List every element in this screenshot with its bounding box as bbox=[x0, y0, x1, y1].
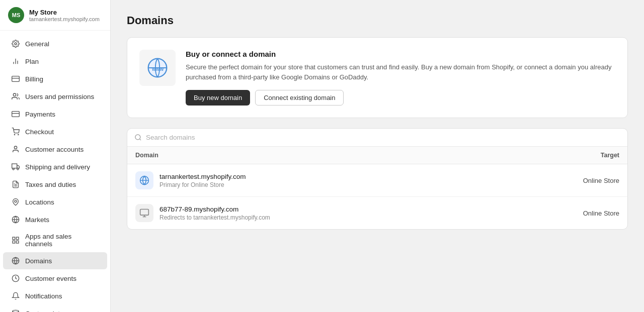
sidebar-item-taxes-label: Taxes and duties bbox=[25, 181, 76, 188]
row-domain-info: 687b77-89.myshopify.com Redirects to tar… bbox=[159, 205, 549, 221]
svg-point-0 bbox=[15, 43, 17, 45]
connect-existing-domain-button[interactable]: Connect existing domain bbox=[255, 90, 344, 106]
svg-point-15 bbox=[17, 168, 19, 170]
sidebar-item-general[interactable]: General bbox=[3, 35, 107, 52]
custom-data-icon bbox=[11, 309, 20, 312]
main-content: Domains WWW Buy or connect a domain Secu… bbox=[111, 0, 644, 312]
payments-icon bbox=[11, 110, 20, 119]
sidebar-item-users[interactable]: Users and permissions bbox=[3, 88, 107, 105]
search-input[interactable] bbox=[146, 134, 620, 141]
table-header: Domain Target bbox=[127, 147, 627, 164]
svg-rect-21 bbox=[13, 237, 15, 240]
shipping-icon bbox=[11, 162, 20, 171]
sidebar-item-apps-label: Apps and sales channels bbox=[25, 233, 99, 248]
row-domain-sub: Redirects to tarnankertest.myshopify.com bbox=[159, 214, 549, 221]
row-domain-sub: Primary for Online Store bbox=[159, 181, 549, 188]
svg-rect-12 bbox=[12, 164, 17, 168]
sidebar-item-users-label: Users and permissions bbox=[25, 93, 94, 100]
table-row[interactable]: tarnankertest.myshopify.com Primary for … bbox=[127, 164, 627, 197]
row-icon-primary bbox=[135, 171, 153, 189]
col-target-header: Target bbox=[549, 152, 619, 159]
row-target-value: Online Store bbox=[549, 210, 619, 217]
www-icon: WWW bbox=[146, 57, 169, 79]
settings-icon bbox=[11, 39, 20, 48]
domain-banner-card: WWW Buy or connect a domain Secure the p… bbox=[127, 37, 628, 118]
buy-new-domain-button[interactable]: Buy new domain bbox=[186, 90, 250, 106]
sidebar-item-plan-label: Plan bbox=[25, 58, 39, 65]
sidebar-item-customer-events-label: Customer events bbox=[25, 275, 76, 282]
svg-point-33 bbox=[135, 135, 140, 140]
sidebar-item-taxes[interactable]: Taxes and duties bbox=[3, 176, 107, 193]
domains-table-card: Domain Target tarnankertest.myshopify.co… bbox=[127, 128, 628, 230]
apps-icon bbox=[11, 236, 20, 245]
svg-rect-24 bbox=[13, 241, 15, 243]
svg-point-28 bbox=[13, 310, 19, 312]
events-icon bbox=[11, 274, 20, 283]
sidebar-item-checkout[interactable]: Checkout bbox=[3, 123, 107, 140]
row-domain-name: tarnankertest.myshopify.com bbox=[159, 173, 549, 180]
billing-icon bbox=[11, 74, 20, 83]
sidebar-item-custom-data[interactable]: Custom data bbox=[3, 305, 107, 312]
domains-icon bbox=[11, 256, 20, 265]
sidebar-item-billing[interactable]: Billing bbox=[3, 70, 107, 87]
sidebar-item-custom-data-label: Custom data bbox=[25, 310, 64, 313]
sidebar-item-locations[interactable]: Locations bbox=[3, 193, 107, 211]
sidebar-item-markets[interactable]: Markets bbox=[3, 211, 107, 228]
banner-title: Buy or connect a domain bbox=[186, 50, 615, 58]
sidebar-item-payments[interactable]: Payments bbox=[3, 106, 107, 123]
avatar: MS bbox=[8, 7, 24, 23]
sidebar-item-domains[interactable]: Domains bbox=[3, 252, 107, 269]
search-bar bbox=[127, 129, 627, 147]
svg-line-34 bbox=[139, 139, 141, 140]
sidebar-item-domains-label: Domains bbox=[25, 257, 52, 265]
sidebar-item-notifications[interactable]: Notifications bbox=[3, 287, 107, 304]
sidebar-item-billing-label: Billing bbox=[25, 75, 43, 83]
sidebar-item-shipping[interactable]: Shipping and delivery bbox=[3, 158, 107, 175]
svg-point-9 bbox=[14, 134, 15, 135]
svg-point-14 bbox=[13, 168, 14, 170]
svg-rect-37 bbox=[140, 210, 149, 216]
users-icon bbox=[11, 92, 20, 101]
notifications-icon bbox=[11, 291, 20, 300]
sidebar-item-plan[interactable]: Plan bbox=[3, 53, 107, 70]
store-url: tarnankertest.myshopify.com bbox=[29, 16, 100, 22]
svg-point-6 bbox=[13, 93, 16, 96]
sidebar-item-checkout-label: Checkout bbox=[25, 128, 54, 136]
nav-list: General Plan Billing Users and permissio… bbox=[0, 31, 110, 312]
sidebar-item-payments-label: Payments bbox=[25, 111, 55, 118]
svg-rect-4 bbox=[12, 76, 20, 82]
svg-rect-7 bbox=[12, 112, 20, 117]
store-info: My Store tarnankertest.myshopify.com bbox=[29, 9, 100, 22]
sidebar-item-customer-accounts[interactable]: Customer accounts bbox=[3, 141, 107, 158]
chart-icon bbox=[11, 57, 20, 66]
sidebar-item-locations-label: Locations bbox=[25, 198, 54, 206]
store-header[interactable]: MS My Store tarnankertest.myshopify.com bbox=[0, 0, 110, 31]
svg-point-10 bbox=[18, 134, 19, 135]
sidebar-item-customer-accounts-label: Customer accounts bbox=[25, 146, 84, 153]
table-row[interactable]: 687b77-89.myshopify.com Redirects to tar… bbox=[127, 197, 627, 229]
sidebar-item-general-label: General bbox=[25, 40, 49, 48]
svg-text:WWW: WWW bbox=[152, 67, 164, 72]
col-domain-header: Domain bbox=[135, 152, 549, 159]
sidebar-item-shipping-label: Shipping and delivery bbox=[25, 163, 90, 171]
row-icon-secondary bbox=[135, 204, 153, 222]
sidebar: MS My Store tarnankertest.myshopify.com … bbox=[0, 0, 111, 312]
search-icon bbox=[134, 134, 142, 141]
svg-rect-23 bbox=[16, 241, 19, 243]
row-target-value: Online Store bbox=[549, 177, 619, 184]
svg-marker-13 bbox=[17, 165, 20, 168]
svg-point-11 bbox=[14, 146, 17, 149]
row-domain-name: 687b77-89.myshopify.com bbox=[159, 205, 549, 213]
svg-rect-22 bbox=[16, 237, 19, 240]
sidebar-item-customer-events[interactable]: Customer events bbox=[3, 270, 107, 287]
svg-point-18 bbox=[15, 200, 17, 202]
banner-icon-wrap: WWW bbox=[139, 50, 176, 86]
banner-description: Secure the perfect domain for your store… bbox=[186, 62, 615, 82]
sidebar-item-markets-label: Markets bbox=[25, 216, 49, 224]
customer-accounts-icon bbox=[11, 145, 20, 154]
banner-content: Buy or connect a domain Secure the perfe… bbox=[186, 50, 615, 106]
sidebar-item-apps[interactable]: Apps and sales channels bbox=[3, 229, 107, 252]
sidebar-item-notifications-label: Notifications bbox=[25, 292, 62, 300]
row-domain-info: tarnankertest.myshopify.com Primary for … bbox=[159, 173, 549, 188]
page-title: Domains bbox=[127, 14, 628, 27]
